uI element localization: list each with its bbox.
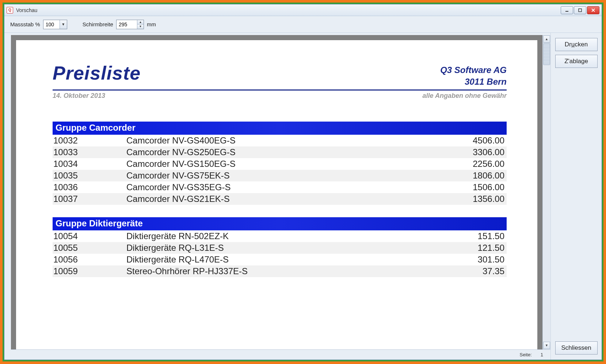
scroll-up-icon[interactable]: ▲ — [543, 35, 550, 43]
price-row: 10036Camcorder NV-GS35EG-S1506.00 — [53, 181, 507, 193]
price-group: Gruppe Camcorder10032Camcorder NV-GS400E… — [53, 122, 507, 205]
maximize-button[interactable] — [574, 6, 586, 14]
page-number: 1 — [541, 352, 543, 357]
item-description: Camcorder NV-GS250EG-S — [126, 147, 446, 157]
scale-input[interactable] — [43, 22, 60, 27]
header-divider — [53, 89, 507, 91]
window-title: Vorschau — [16, 7, 37, 13]
price-row: 10034Camcorder NV-GS150EG-S2256.00 — [53, 158, 507, 170]
scale-combo[interactable]: ▼ — [43, 20, 67, 29]
preview-viewport: Preisliste Q3 Software AG 3011 Bern 14. … — [11, 35, 542, 349]
price-row: 10059Stereo-Ohrhörer RP-HJ337E-S37.35 — [53, 265, 507, 277]
print-button[interactable]: Drucken — [555, 38, 598, 51]
width-label: Schirmbreite — [83, 21, 113, 27]
price-row: 10033Camcorder NV-GS250EG-S3306.00 — [53, 146, 507, 158]
item-price: 301.50 — [446, 254, 504, 265]
item-price: 3306.00 — [446, 147, 504, 157]
item-code: 10056 — [53, 254, 126, 265]
clipboard-button[interactable]: Z'ablage — [555, 55, 598, 68]
price-row: 10056Diktiergeräte RQ-L470E-S301.50 — [53, 254, 507, 265]
item-code: 10033 — [53, 147, 126, 157]
document-page: Preisliste Q3 Software AG 3011 Bern 14. … — [16, 40, 537, 349]
item-code: 10032 — [53, 135, 126, 146]
item-description: Camcorder NV-GS35EG-S — [126, 182, 446, 192]
width-unit: mm — [147, 21, 156, 27]
document-title: Preisliste — [53, 62, 141, 84]
item-description: Camcorder NV-GS75EK-S — [126, 170, 446, 181]
page-label: Seite: — [520, 352, 532, 357]
scroll-down-icon[interactable]: ▼ — [543, 342, 550, 349]
close-button[interactable] — [587, 6, 599, 14]
app-icon: Q — [7, 7, 13, 14]
group-header: Gruppe Camcorder — [53, 122, 507, 135]
item-description: Diktiergeräte RQ-L31E-S — [126, 243, 446, 253]
document-date: 14. Oktober 2013 — [53, 92, 105, 100]
titlebar: Q Vorschau — [4, 4, 602, 16]
svg-rect-1 — [579, 9, 582, 12]
price-row: 10055Diktiergeräte RQ-L31E-S121.50 — [53, 242, 507, 254]
item-description: Camcorder NV-GS150EG-S — [126, 159, 446, 169]
item-price: 4506.00 — [446, 135, 504, 146]
item-code: 10035 — [53, 170, 126, 181]
preview-window: Q Vorschau Massstab % ▼ Schir — [4, 4, 602, 360]
price-group: Gruppe Diktiergeräte10054Diktiergeräte R… — [53, 217, 507, 277]
width-input[interactable] — [117, 20, 137, 29]
price-row: 10035Camcorder NV-GS75EK-S1806.00 — [53, 170, 507, 181]
document-disclaimer: alle Angaben ohne Gewähr — [423, 92, 507, 100]
company-city: 3011 Bern — [440, 76, 507, 88]
item-code: 10036 — [53, 182, 126, 192]
item-price: 151.50 — [446, 231, 504, 241]
status-bar: Seite: 1 — [11, 349, 550, 360]
company-name: Q3 Software AG — [440, 64, 507, 76]
scroll-thumb[interactable] — [543, 43, 550, 65]
item-price: 1806.00 — [446, 170, 504, 181]
item-price: 2256.00 — [446, 159, 504, 169]
item-description: Camcorder NV-GS400EG-S — [126, 135, 446, 146]
item-code: 10055 — [53, 243, 126, 253]
item-price: 1356.00 — [446, 194, 504, 204]
spinner-up-icon[interactable]: ▲ — [137, 20, 144, 25]
chevron-down-icon[interactable]: ▼ — [60, 20, 67, 29]
item-code: 10059 — [53, 266, 126, 276]
side-panel: Drucken Z'ablage Schliessen — [550, 33, 602, 360]
item-code: 10034 — [53, 159, 126, 169]
vertical-scrollbar[interactable]: ▲ ▼ — [542, 35, 550, 349]
price-row: 10037Camcorder NV-GS21EK-S1356.00 — [53, 193, 507, 205]
item-description: Diktiergeräte RQ-L470E-S — [126, 254, 446, 265]
price-row: 10032Camcorder NV-GS400EG-S4506.00 — [53, 135, 507, 146]
item-code: 10054 — [53, 231, 126, 241]
scale-label: Massstab % — [10, 21, 40, 27]
group-header: Gruppe Diktiergeräte — [53, 217, 507, 230]
item-description: Camcorder NV-GS21EK-S — [126, 194, 446, 204]
item-price: 1506.00 — [446, 182, 504, 192]
minimize-button[interactable] — [561, 6, 573, 14]
item-price: 121.50 — [446, 243, 504, 253]
scroll-track[interactable] — [543, 43, 550, 341]
item-code: 10037 — [53, 194, 126, 204]
item-description: Stereo-Ohrhörer RP-HJ337E-S — [126, 266, 446, 276]
width-spinner[interactable]: ▲ ▼ — [116, 20, 144, 29]
toolbar: Massstab % ▼ Schirmbreite ▲ ▼ mm — [4, 16, 602, 33]
spinner-down-icon[interactable]: ▼ — [137, 24, 144, 29]
item-description: Diktiergeräte RN-502EZ-K — [126, 231, 446, 241]
close-dialog-button[interactable]: Schliessen — [555, 341, 598, 355]
price-row: 10054Diktiergeräte RN-502EZ-K151.50 — [53, 230, 507, 242]
item-price: 37.35 — [446, 266, 504, 276]
